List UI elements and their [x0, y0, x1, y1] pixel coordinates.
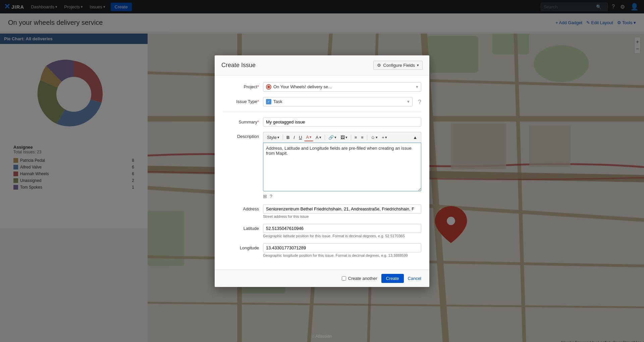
modal-overlay: Create Issue ⚙ Configure Fields ▾ Projec…: [0, 0, 644, 32]
